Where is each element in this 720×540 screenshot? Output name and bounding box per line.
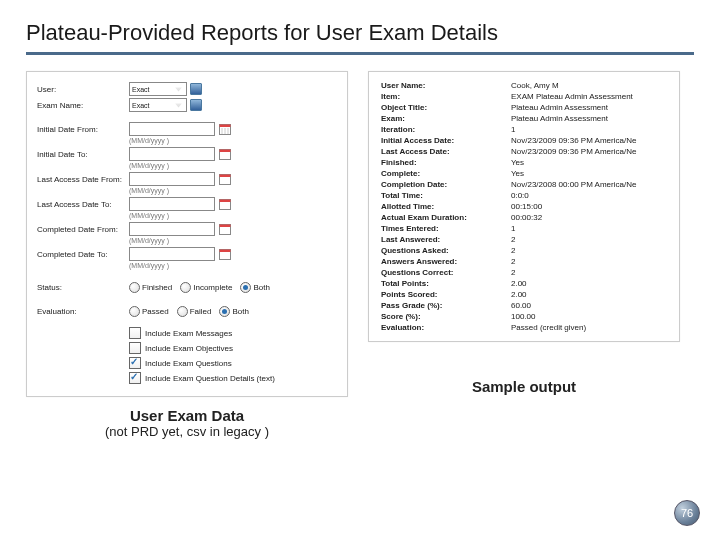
table-row: Score (%):100.00: [379, 311, 673, 322]
output-value: 1: [509, 223, 673, 234]
label-initial-to: Initial Date To:: [37, 150, 129, 159]
output-value: Yes: [509, 157, 673, 168]
label-status: Status:: [37, 283, 129, 292]
output-key: Item:: [379, 91, 509, 102]
output-key: User Name:: [379, 80, 509, 91]
calendar-icon[interactable]: [219, 248, 231, 260]
output-key: Finished:: [379, 157, 509, 168]
label-completed-to: Completed Date To:: [37, 250, 129, 259]
table-row: Actual Exam Duration:00:00:32: [379, 212, 673, 223]
output-value: Cook, Amy M: [509, 80, 673, 91]
status-both-radio[interactable]: Both: [240, 282, 269, 293]
table-row: Complete:Yes: [379, 168, 673, 179]
label-last-from: Last Access Date From:: [37, 175, 129, 184]
eval-both-radio[interactable]: Both: [219, 306, 248, 317]
filter-icon[interactable]: [190, 99, 202, 111]
output-key: Total Time:: [379, 190, 509, 201]
calendar-icon[interactable]: [219, 148, 231, 160]
table-row: Last Answered:2: [379, 234, 673, 245]
output-value: 2.00: [509, 289, 673, 300]
output-value: 2: [509, 234, 673, 245]
output-key: Pass Grade (%):: [379, 300, 509, 311]
output-value: Plateau Admin Assessment: [509, 113, 673, 124]
page-title: Plateau-Provided Reports for User Exam D…: [26, 20, 694, 46]
output-value: Passed (credit given): [509, 322, 673, 333]
include-question-details-checkbox[interactable]: Include Exam Question Details (text): [129, 372, 275, 384]
table-row: Questions Asked:2: [379, 245, 673, 256]
output-value: 60.00: [509, 300, 673, 311]
last-to-input[interactable]: [129, 197, 215, 211]
table-row: Points Scored:2.00: [379, 289, 673, 300]
calendar-icon[interactable]: [219, 223, 231, 235]
output-key: Points Scored:: [379, 289, 509, 300]
svg-rect-12: [220, 225, 231, 228]
output-key: Last Access Date:: [379, 146, 509, 157]
status-incomplete-radio[interactable]: Incomplete: [180, 282, 232, 293]
table-row: Finished:Yes: [379, 157, 673, 168]
table-row: Pass Grade (%):60.00: [379, 300, 673, 311]
title-rule: [26, 52, 694, 55]
completed-from-input[interactable]: [129, 222, 215, 236]
table-row: Completion Date:Nov/23/2008 00:00 PM Ame…: [379, 179, 673, 190]
table-row: User Name:Cook, Amy M: [379, 80, 673, 91]
output-key: Iteration:: [379, 124, 509, 135]
output-key: Questions Correct:: [379, 267, 509, 278]
page-number-badge: 76: [674, 500, 700, 526]
label-user: User:: [37, 85, 129, 94]
initial-to-input[interactable]: [129, 147, 215, 161]
output-value: 00:15:00: [509, 201, 673, 212]
output-key: Total Points:: [379, 278, 509, 289]
table-row: Iteration:1: [379, 124, 673, 135]
output-key: Questions Asked:: [379, 245, 509, 256]
include-messages-checkbox[interactable]: Include Exam Messages: [129, 327, 232, 339]
output-key: Object Title:: [379, 102, 509, 113]
initial-from-input[interactable]: [129, 122, 215, 136]
calendar-icon[interactable]: [219, 123, 231, 135]
user-match-select[interactable]: Exact: [129, 82, 187, 96]
output-value: Nov/23/2009 09:36 PM America/Ne: [509, 146, 673, 157]
output-value: EXAM Plateau Admin Assessment: [509, 91, 673, 102]
exam-match-select[interactable]: Exact: [129, 98, 187, 112]
output-key: Complete:: [379, 168, 509, 179]
right-caption: Sample output: [368, 378, 680, 395]
table-row: Initial Access Date:Nov/23/2009 09:36 PM…: [379, 135, 673, 146]
right-column: User Name:Cook, Amy MItem:EXAM Plateau A…: [368, 71, 680, 439]
form-panel: User: Exact Exam Name: Exact Initial Dat…: [26, 71, 348, 397]
eval-passed-radio[interactable]: Passed: [129, 306, 169, 317]
output-panel: User Name:Cook, Amy MItem:EXAM Plateau A…: [368, 71, 680, 342]
table-row: Answers Answered:2: [379, 256, 673, 267]
output-key: Allotted Time:: [379, 201, 509, 212]
last-from-input[interactable]: [129, 172, 215, 186]
filter-icon[interactable]: [190, 83, 202, 95]
output-value: 00:00:32: [509, 212, 673, 223]
completed-to-input[interactable]: [129, 247, 215, 261]
include-objectives-checkbox[interactable]: Include Exam Objectives: [129, 342, 233, 354]
include-questions-checkbox[interactable]: Include Exam Questions: [129, 357, 232, 369]
output-value: 2: [509, 256, 673, 267]
calendar-icon[interactable]: [219, 173, 231, 185]
table-row: Total Time:0:0:0: [379, 190, 673, 201]
output-value: 100.00: [509, 311, 673, 322]
table-row: Object Title:Plateau Admin Assessment: [379, 102, 673, 113]
eval-failed-radio[interactable]: Failed: [177, 306, 212, 317]
date-hint: (MM/d/yyyy ): [37, 212, 337, 219]
output-value: 2.00: [509, 278, 673, 289]
label-initial-from: Initial Date From:: [37, 125, 129, 134]
output-value: Plateau Admin Assessment: [509, 102, 673, 113]
date-hint: (MM/d/yyyy ): [37, 262, 337, 269]
label-exam-name: Exam Name:: [37, 101, 129, 110]
output-value: 1: [509, 124, 673, 135]
svg-rect-10: [220, 200, 231, 203]
calendar-icon[interactable]: [219, 198, 231, 210]
table-row: Exam:Plateau Admin Assessment: [379, 113, 673, 124]
left-caption-sub: (not PRD yet, csv in legacy ): [26, 424, 348, 439]
svg-rect-8: [220, 175, 231, 178]
left-column: User: Exact Exam Name: Exact Initial Dat…: [26, 71, 348, 439]
output-key: Completion Date:: [379, 179, 509, 190]
output-key: Last Answered:: [379, 234, 509, 245]
output-value: Nov/23/2008 00:00 PM America/Ne: [509, 179, 673, 190]
svg-rect-14: [220, 250, 231, 253]
output-key: Actual Exam Duration:: [379, 212, 509, 223]
status-finished-radio[interactable]: Finished: [129, 282, 172, 293]
output-key: Score (%):: [379, 311, 509, 322]
